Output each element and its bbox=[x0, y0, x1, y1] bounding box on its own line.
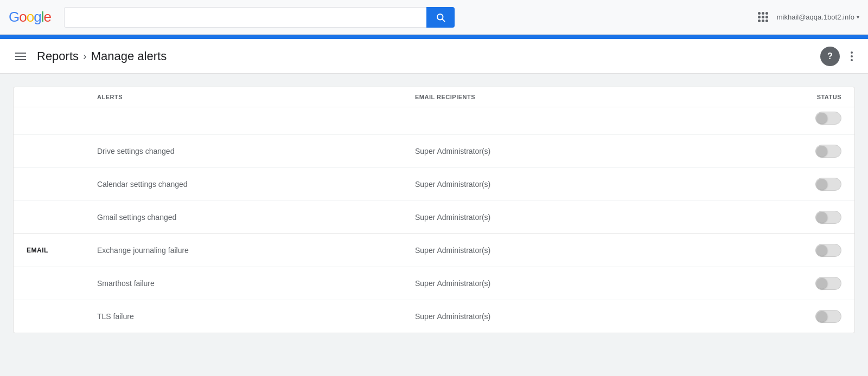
breadcrumb-reports-link[interactable]: Reports bbox=[37, 49, 79, 63]
breadcrumb-current-page: Manage alerts bbox=[91, 49, 167, 63]
row-recipients-gmail: Super Administrator(s) bbox=[415, 213, 733, 222]
top-bar: Google mikhail@aqqa.1bot2.info ▾ bbox=[0, 0, 868, 35]
table-row: EMAIL Exchange journaling failure Super … bbox=[14, 234, 854, 267]
toggle-smarthost[interactable] bbox=[815, 277, 841, 290]
table-header: ALERTS EMAIL RECIPIENTS STATUS bbox=[14, 87, 854, 107]
more-options-button[interactable] bbox=[848, 49, 855, 63]
blue-stripe bbox=[0, 35, 868, 39]
search-container bbox=[64, 7, 455, 28]
grid-icon[interactable] bbox=[758, 12, 768, 22]
row-alert-smarthost: Smarthost failure bbox=[97, 279, 415, 288]
row-alert-exchange: Exchange journaling failure bbox=[97, 246, 415, 255]
row-alert-gmail: Gmail settings changed bbox=[97, 213, 415, 222]
column-header-status: STATUS bbox=[733, 94, 841, 100]
row-recipients-drive: Super Administrator(s) bbox=[415, 147, 733, 155]
row-status-calendar bbox=[733, 178, 841, 191]
search-input[interactable] bbox=[64, 7, 426, 28]
top-bar-right: mikhail@aqqa.1bot2.info ▾ bbox=[758, 12, 859, 22]
row-recipients-calendar: Super Administrator(s) bbox=[415, 180, 733, 189]
table-row: Gmail settings changed Super Administrat… bbox=[14, 201, 854, 234]
row-status-drive bbox=[733, 145, 841, 158]
column-header-alerts: ALERTS bbox=[97, 94, 415, 100]
row-alert-tls: TLS failure bbox=[97, 312, 415, 321]
toggle-partial[interactable] bbox=[815, 112, 841, 125]
row-alert-calendar: Calendar settings changed bbox=[97, 180, 415, 189]
sub-header-actions: ? bbox=[820, 47, 855, 66]
breadcrumb: Reports › Manage alerts bbox=[37, 49, 167, 63]
row-status-exchange bbox=[733, 244, 841, 257]
toggle-exchange[interactable] bbox=[815, 244, 841, 257]
table-row: Drive settings changed Super Administrat… bbox=[14, 135, 854, 168]
table-row: TLS failure Super Administrator(s) bbox=[14, 300, 854, 333]
row-recipients-smarthost: Super Administrator(s) bbox=[415, 279, 733, 288]
row-status-gmail bbox=[733, 211, 841, 224]
table-row-partial bbox=[14, 107, 854, 135]
row-recipients-tls: Super Administrator(s) bbox=[415, 312, 733, 321]
account-dropdown-arrow: ▾ bbox=[857, 14, 859, 20]
row-alert-drive: Drive settings changed bbox=[97, 147, 415, 155]
toggle-tls[interactable] bbox=[815, 310, 841, 323]
toggle-gmail[interactable] bbox=[815, 211, 841, 224]
row-status-tls bbox=[733, 310, 841, 323]
user-account-button[interactable]: mikhail@aqqa.1bot2.info ▾ bbox=[777, 13, 859, 21]
search-icon bbox=[436, 12, 445, 22]
google-logo: Google bbox=[9, 9, 51, 25]
breadcrumb-separator: › bbox=[83, 50, 87, 62]
column-header-empty bbox=[27, 94, 97, 100]
toggle-drive[interactable] bbox=[815, 145, 841, 158]
row-status-smarthost bbox=[733, 277, 841, 290]
row-recipients-exchange: Super Administrator(s) bbox=[415, 246, 733, 255]
sub-header: Reports › Manage alerts ? bbox=[0, 39, 868, 74]
main-content: ALERTS EMAIL RECIPIENTS STATUS Drive set… bbox=[0, 87, 868, 333]
column-header-recipients: EMAIL RECIPIENTS bbox=[415, 94, 733, 100]
search-button[interactable] bbox=[426, 7, 455, 28]
row-category-email: EMAIL bbox=[27, 247, 97, 254]
alerts-table: ALERTS EMAIL RECIPIENTS STATUS Drive set… bbox=[13, 87, 855, 333]
help-button[interactable]: ? bbox=[820, 47, 840, 66]
row-status-partial bbox=[733, 112, 841, 125]
svg-line-1 bbox=[442, 19, 444, 21]
hamburger-menu-button[interactable] bbox=[13, 50, 28, 62]
toggle-calendar[interactable] bbox=[815, 178, 841, 191]
table-row: Calendar settings changed Super Administ… bbox=[14, 168, 854, 201]
user-email-text: mikhail@aqqa.1bot2.info bbox=[777, 13, 854, 21]
table-row: Smarthost failure Super Administrator(s) bbox=[14, 267, 854, 300]
